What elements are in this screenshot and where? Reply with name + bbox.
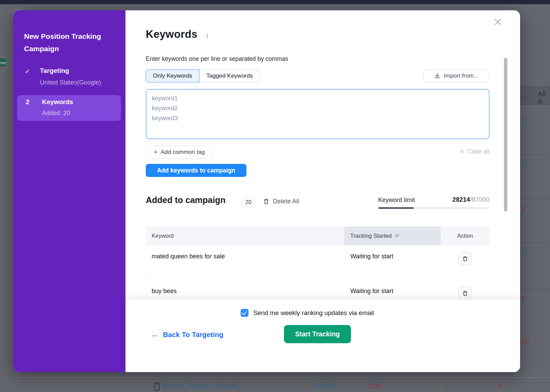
clear-all-button[interactable]: ✕ Clear all [460, 148, 490, 155]
background-improved-cell: ↑1 [441, 382, 448, 390]
background-cell-value: ↓3 [520, 204, 525, 213]
tab-only-keywords[interactable]: Only Keywords [146, 69, 199, 82]
close-icon[interactable] [492, 16, 504, 28]
step-keywords[interactable]: 2 Keywords Added: 20 [17, 95, 121, 121]
new-badge: ew [0, 58, 7, 67]
step-targeting[interactable]: ✓ Targeting United States(Google) [25, 67, 121, 86]
step-targeting-label: Targeting [40, 67, 121, 75]
download-icon [434, 73, 440, 79]
add-keywords-to-campaign-button[interactable]: Add keywords to campaign [146, 164, 246, 177]
email-updates-option: Send me weekly ranking updates via email [241, 309, 374, 317]
step-targeting-value: United States(Google) [40, 79, 121, 86]
trash-icon [462, 290, 468, 296]
trash-icon [263, 198, 270, 205]
tracking-status-cell: Waiting for start [344, 245, 441, 280]
divider [520, 104, 550, 105]
delete-all-button[interactable]: Delete All [263, 198, 299, 205]
keyword-limit-progress-fill [378, 207, 414, 209]
plus-icon: + [154, 148, 157, 156]
tracking-started-label: Tracking Started [350, 233, 392, 239]
table-header: Keyword Tracking Started Action [146, 226, 490, 245]
clear-all-label: Clear all [468, 148, 490, 155]
keywords-input[interactable] [146, 89, 490, 139]
added-count-badge: 20 [241, 197, 255, 208]
action-cell [441, 245, 490, 280]
wizard-sidebar: New Position Tracking Campaign ✓ Targeti… [13, 10, 125, 372]
keyword-limit-progress [378, 207, 490, 209]
add-common-tag-button[interactable]: + Add common tag [146, 146, 213, 159]
background-header-ellipsis: ... [521, 91, 528, 99]
background-cell-value: 0 [523, 160, 527, 169]
keyword-limit-label: Keyword limit [378, 197, 415, 204]
table-row: mated queen bees for sale Waiting for st… [146, 245, 490, 280]
email-updates-label: Send me weekly ranking updates via email [253, 309, 374, 317]
step-keywords-label: Keywords [42, 98, 73, 106]
keyword-limit-value: 28214/87000 [452, 196, 490, 203]
background-cell-value: ↓10 [520, 337, 529, 345]
keywords-panel: Keywords i Enter keywords one per line o… [125, 10, 520, 372]
back-to-targeting-label: Back To Targeting [163, 331, 223, 339]
tab-tagged-keywords[interactable]: Tagged Keywords [199, 69, 260, 82]
start-tracking-button[interactable]: Start Tracking [284, 325, 351, 343]
back-to-targeting-link[interactable]: ← Back To Targeting [151, 330, 223, 339]
background-table-right-column: ... All K 0 0 ↓3 0 ↓4 ↓10 [520, 4, 550, 392]
new-campaign-modal: New Position Tracking Campaign ✓ Targeti… [13, 10, 520, 372]
divider [520, 198, 550, 198]
modal-scrollbar[interactable] [504, 58, 507, 212]
app-top-bar [0, 0, 550, 4]
page-title: Keywords [146, 28, 198, 41]
delete-keyword-button[interactable] [459, 287, 472, 300]
column-header-action: Action [441, 226, 490, 245]
background-location-cell: Toronto, Toronto, Ontario, [162, 382, 239, 390]
background-cell-value: 0 [523, 247, 527, 255]
background-table-header: ... All K [520, 86, 550, 104]
divider [520, 243, 550, 243]
delete-keyword-button[interactable] [459, 252, 472, 265]
step-keywords-added-count: Added: 20 [42, 110, 70, 117]
step-number: 2 [26, 98, 30, 106]
divider [14, 377, 550, 378]
background-cell-value: ↓4 [520, 294, 525, 302]
divider [520, 154, 550, 155]
divider [520, 289, 550, 290]
modal-footer: Send me weekly ranking updates via email… [125, 300, 520, 372]
mobile-device-icon [154, 382, 160, 391]
import-from-label: Import from... [444, 72, 478, 79]
email-updates-checkbox[interactable] [241, 309, 249, 317]
background-declined-cell: ↓3 [495, 382, 502, 390]
keyword-limit-total: /87000 [470, 196, 490, 203]
background-visibility-cell: 20.06% [314, 382, 337, 390]
added-to-campaign-title: Added to campaign [146, 195, 226, 205]
background-header-all-keywords: All K [538, 90, 550, 106]
clear-icon: ✕ [460, 148, 464, 155]
import-from-button[interactable]: Import from... [423, 69, 490, 82]
background-cell-value: 0 [523, 115, 527, 124]
info-icon[interactable]: i [206, 32, 208, 40]
arrow-left-icon: ← [151, 330, 159, 339]
column-header-keyword[interactable]: Keyword [146, 226, 344, 245]
keywords-mode-tabs: Only Keywords Tagged Keywords [146, 69, 260, 82]
column-header-tracking-started[interactable]: Tracking Started [344, 226, 441, 245]
trash-icon [462, 256, 468, 262]
keywords-hint: Enter keywords one per line or separated… [146, 55, 288, 63]
check-icon: ✓ [25, 67, 30, 75]
sort-icon [395, 235, 400, 237]
background-delta-cell: -0.02 [365, 382, 381, 390]
delete-all-label: Delete All [273, 198, 299, 205]
add-common-tag-label: Add common tag [161, 149, 205, 156]
background-table-row: Toronto, Toronto, Ontario, 20.06% -0.02 … [0, 372, 550, 392]
keyword-cell: mated queen bees for sale [146, 245, 344, 280]
wizard-title: New Position Tracking Campaign [24, 30, 117, 55]
